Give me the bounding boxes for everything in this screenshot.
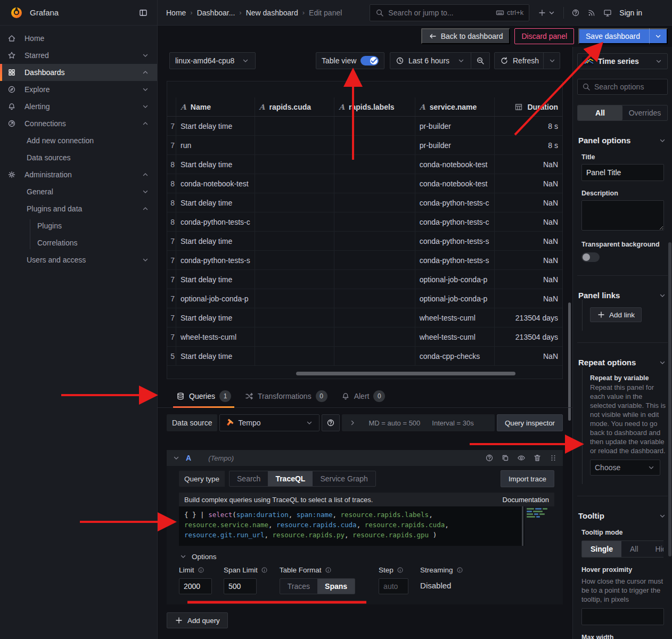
span-limit-input[interactable] <box>224 578 257 594</box>
sidebar-item-plugins-and-data[interactable]: Plugins and data <box>0 200 157 217</box>
table-header-rapids-cuda[interactable]: Arapids.cuda <box>255 97 335 116</box>
visualization-picker[interactable]: Time series <box>577 53 668 69</box>
query-type-service-graph[interactable]: Service Graph <box>313 471 375 486</box>
transparent-background-toggle[interactable] <box>581 252 600 262</box>
description-textarea[interactable] <box>581 200 664 231</box>
save-dashboard-button[interactable]: Save dashboard <box>578 28 668 44</box>
chevron-down-icon[interactable] <box>141 51 150 60</box>
chevron-down-icon[interactable] <box>141 187 150 196</box>
table-header-service-name[interactable]: Aservice.name <box>415 97 495 116</box>
tooltip-header[interactable]: Tooltip <box>577 511 668 520</box>
info-icon[interactable] <box>325 567 332 574</box>
query-row-header[interactable]: A (Tempo) <box>167 450 563 466</box>
table-row[interactable]: 7runpr-builder8 s <box>167 136 562 155</box>
filter-overrides[interactable]: Overrides <box>622 105 667 120</box>
panel-options-header[interactable]: Panel options <box>577 136 668 145</box>
search-options-input[interactable]: Search options <box>577 79 668 95</box>
chevron-up-icon[interactable] <box>141 68 150 77</box>
help-icon[interactable] <box>571 9 580 17</box>
discard-panel-button[interactable]: Discard panel <box>514 28 574 44</box>
sidebar-item-alerting[interactable]: Alerting <box>0 98 157 115</box>
hide-response-icon[interactable] <box>517 454 526 462</box>
options-collapse-header[interactable]: Options <box>179 552 554 561</box>
sidebar-item-starred[interactable]: Starred <box>0 47 157 64</box>
table-view-toggle[interactable] <box>360 56 379 65</box>
query-type-traceql[interactable]: TraceQL <box>268 471 313 486</box>
chevron-up-icon[interactable] <box>141 170 150 179</box>
tooltip-mode-single[interactable]: Single <box>582 541 621 557</box>
traceql-code-editor[interactable]: { } | select(span:duration, span:name, r… <box>179 506 554 546</box>
sidebar-item-add-new-connection[interactable]: Add new connection <box>0 132 157 149</box>
limit-input[interactable] <box>179 578 212 594</box>
refresh-button[interactable]: Refresh <box>494 52 560 69</box>
format-spans[interactable]: Spans <box>317 579 355 594</box>
sidebar-item-home[interactable]: Home <box>0 30 157 47</box>
breadcrumb-new-dashboard[interactable]: New dashboard <box>246 9 298 17</box>
add-link-button[interactable]: Add link <box>590 307 642 322</box>
options-pane-scrollbar[interactable] <box>668 242 671 556</box>
info-icon[interactable] <box>198 567 204 574</box>
table-row[interactable]: 8conda-python-tests-cconda-python-tests-… <box>167 212 562 232</box>
sidebar-item-connections[interactable]: Connections <box>0 115 157 132</box>
tab-alert[interactable]: Alert 0 <box>338 390 389 407</box>
panel-title-input[interactable] <box>581 164 664 181</box>
table-row[interactable]: 7conda-python-tests-sconda-python-tests-… <box>167 251 562 270</box>
global-search-input[interactable]: Search or jump to... ctrl+k <box>370 4 529 21</box>
collapse-sidebar-icon[interactable] <box>139 9 147 17</box>
table-row[interactable]: 7Start delay timeconda-python-tests-sNaN <box>167 232 562 251</box>
table-horizontal-scrollbar[interactable] <box>296 372 515 375</box>
table-header-duration[interactable]: Duration <box>495 97 562 116</box>
tab-queries[interactable]: Queries 1 <box>173 390 234 407</box>
query-type-search[interactable]: Search <box>230 471 268 486</box>
trash-icon[interactable] <box>533 454 542 462</box>
table-row[interactable]: 8conda-notebook-testconda-notebook-testN… <box>167 174 562 193</box>
sidebar-item-general[interactable]: General <box>0 183 157 200</box>
add-query-button[interactable]: Add query <box>167 612 228 628</box>
documentation-link[interactable]: Documentation <box>503 496 549 504</box>
chevron-down-icon[interactable] <box>141 102 150 111</box>
tooltip-mode-all[interactable]: All <box>621 541 647 557</box>
sidebar-item-data-sources[interactable]: Data sources <box>0 149 157 166</box>
grafana-logo-icon[interactable] <box>10 6 23 20</box>
monitor-icon[interactable] <box>603 9 612 17</box>
table-row[interactable]: 8Start delay timeconda-python-tests-cNaN <box>167 193 562 212</box>
refresh-interval-dropdown[interactable] <box>543 53 561 69</box>
sidebar-item-correlations[interactable]: Correlations <box>0 234 157 251</box>
info-icon[interactable] <box>456 567 463 574</box>
table-row[interactable]: 5Start delay timeconda-cpp-checksNaN <box>167 347 562 366</box>
format-traces[interactable]: Traces <box>280 579 317 594</box>
table-row[interactable]: 7Start delay timewheel-tests-cuml213504 … <box>167 308 562 327</box>
import-trace-button[interactable]: Import trace <box>501 470 554 487</box>
table-header-rapids-labels[interactable]: Arapids.labels <box>334 97 415 116</box>
sidebar-item-explore[interactable]: Explore <box>0 81 157 98</box>
table-row[interactable]: 7wheel-tests-cumlwheel-tests-cuml213504 … <box>167 327 562 347</box>
chevron-down-icon[interactable] <box>172 454 181 462</box>
info-icon[interactable] <box>261 567 268 574</box>
repeat-variable-select[interactable]: Choose <box>590 460 660 476</box>
sign-in-link[interactable]: Sign in <box>619 9 642 17</box>
panel-variable-select[interactable]: linux-amd64-cpu8 <box>169 52 256 69</box>
table-row[interactable]: 8Start delay timeconda-notebook-testNaN <box>167 155 562 174</box>
chevron-up-icon[interactable] <box>141 119 150 128</box>
breadcrumb-home[interactable]: Home <box>166 9 186 17</box>
duplicate-icon[interactable] <box>501 454 510 462</box>
datasource-select[interactable]: Tempo <box>219 414 319 431</box>
help-icon[interactable] <box>485 454 494 462</box>
panel-links-header[interactable]: Panel links <box>577 291 668 300</box>
tab-transformations[interactable]: Transformations 0 <box>242 390 331 407</box>
filter-all[interactable]: All <box>578 105 622 120</box>
zoom-out-time-button[interactable] <box>471 52 490 69</box>
chevron-down-icon[interactable] <box>141 256 150 264</box>
sidebar-item-administration[interactable]: Administration <box>0 166 157 183</box>
repeat-options-header[interactable]: Repeat options <box>577 358 668 367</box>
chevron-down-icon[interactable] <box>141 85 150 94</box>
step-input[interactable] <box>379 578 408 594</box>
breadcrumb-dashboards[interactable]: Dashboar... <box>197 9 235 17</box>
save-dashboard-dropdown[interactable] <box>649 28 667 44</box>
sidebar-item-users-and-access[interactable]: Users and access <box>0 251 157 268</box>
sidebar-item-plugins[interactable]: Plugins <box>0 217 157 234</box>
info-icon[interactable] <box>397 567 404 574</box>
chevron-right-icon[interactable] <box>348 419 357 427</box>
table-header-name[interactable]: AName <box>176 97 255 116</box>
drag-handle-icon[interactable] <box>549 454 558 462</box>
